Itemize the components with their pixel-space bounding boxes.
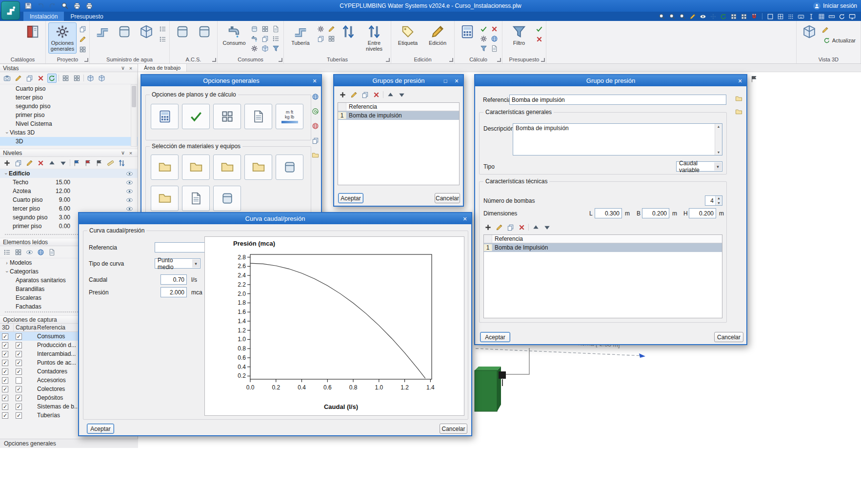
vistas-item[interactable]: Nivel Cisterna <box>0 119 138 128</box>
opciones-calculo-icon[interactable] <box>479 34 488 43</box>
checkbox-captura[interactable]: ✓ <box>16 360 22 366</box>
delete-level-icon[interactable] <box>36 158 45 168</box>
te-icon[interactable] <box>327 34 336 43</box>
checkbox-captura[interactable]: ✓ <box>16 368 22 375</box>
print-button[interactable] <box>73 2 81 10</box>
checkbox-3d[interactable]: ✓ <box>2 395 8 401</box>
grupo-presion-button[interactable] <box>136 22 157 41</box>
tipo-combo[interactable]: Caudal variable ▾ <box>676 161 722 172</box>
num-bombas-spinner[interactable]: 4 ▲▼ <box>705 195 722 206</box>
referencias-icon[interactable] <box>158 35 167 43</box>
table-icon[interactable] <box>78 45 87 54</box>
keyboard-icon[interactable] <box>797 13 805 20</box>
dim-h-input[interactable] <box>689 208 716 218</box>
close-icon[interactable]: × <box>735 76 745 85</box>
valvulas-catalogo-button[interactable] <box>182 155 210 180</box>
login-button[interactable]: Iniciar sesión <box>813 0 857 12</box>
editar-vista-icon[interactable] <box>821 25 830 34</box>
plot-button[interactable] <box>85 2 93 10</box>
redo-button[interactable] <box>49 2 57 10</box>
dialog-title-bar[interactable]: Grupo de presión × <box>475 75 746 86</box>
borrar-resultados-icon[interactable] <box>490 24 499 33</box>
model-tree-icon[interactable] <box>2 248 12 257</box>
orbit-icon[interactable] <box>720 13 727 20</box>
chevron-icon[interactable]: › <box>4 260 10 266</box>
delete-icon[interactable] <box>517 223 526 232</box>
checkbox-3d[interactable]: ✓ <box>2 333 8 340</box>
new-view-icon[interactable] <box>2 74 12 83</box>
reports-options-button[interactable] <box>244 104 272 129</box>
pin-panel-icon[interactable] <box>750 75 758 83</box>
eye-icon[interactable] <box>126 188 133 195</box>
acometida-button[interactable] <box>92 22 113 41</box>
spinner-down-icon[interactable]: ▼ <box>716 201 722 206</box>
elevation-view-icon[interactable] <box>72 74 81 83</box>
lavavajillas-icon[interactable] <box>250 44 259 53</box>
ruler-icon[interactable] <box>828 13 836 20</box>
nivel-row[interactable]: Cuarto piso9.00 <box>0 195 138 204</box>
collapse-panel-icon[interactable]: ∨ <box>119 65 127 71</box>
equipos-catalogo-button[interactable] <box>244 155 272 180</box>
opciones-generales-button[interactable]: Opciones generales <box>48 22 77 54</box>
pan-icon[interactable] <box>709 13 717 20</box>
view-3d-icon[interactable] <box>86 74 95 83</box>
grupos-table[interactable]: Referencia 1Bomba de impulsión <box>338 102 460 185</box>
maximize-icon[interactable]: □ <box>440 76 451 85</box>
chevron-down-icon[interactable]: ▾ <box>192 259 200 268</box>
flag-blue-icon[interactable] <box>72 158 81 168</box>
llave-paso-icon[interactable] <box>327 24 336 33</box>
duplicate-level-icon[interactable] <box>14 158 23 168</box>
consumo-button[interactable]: Consumo <box>220 22 248 48</box>
informes-icon[interactable] <box>490 44 499 53</box>
schemes-options-button[interactable] <box>213 104 241 129</box>
checkbox-captura[interactable]: ✓ <box>16 333 22 340</box>
documents-icon[interactable] <box>311 136 320 145</box>
close-icon[interactable]: × <box>451 76 462 85</box>
presion-input[interactable] <box>160 287 187 297</box>
contact-icon[interactable] <box>311 107 320 116</box>
checkbox-captura[interactable]: ✓ <box>16 386 22 392</box>
close-panel-icon[interactable]: × <box>127 65 135 71</box>
checkbox-3d[interactable]: ✓ <box>2 404 8 410</box>
aceptar-button[interactable]: Aceptar <box>480 332 510 342</box>
zoom-window-icon[interactable] <box>668 13 676 20</box>
valvula-icon[interactable] <box>316 24 325 33</box>
edit-level-icon[interactable] <box>25 158 34 168</box>
add-level-icon[interactable] <box>2 158 12 168</box>
checkbox-captura[interactable] <box>16 377 22 384</box>
search-button[interactable] <box>61 2 69 10</box>
flag-red-icon[interactable] <box>83 158 93 168</box>
caudal-input[interactable] <box>160 274 187 285</box>
scrollbar[interactable]: ▲ ▼ <box>715 124 722 155</box>
cancelar-button[interactable]: Cancelar <box>435 193 460 203</box>
level-dimension-icon[interactable] <box>106 158 115 168</box>
scrollbar-thumb[interactable] <box>132 86 136 107</box>
slope-icon[interactable] <box>117 158 126 168</box>
close-icon[interactable]: × <box>460 214 470 223</box>
aceptar-button[interactable]: Aceptar <box>87 424 114 434</box>
toma-generica-icon[interactable] <box>271 44 280 53</box>
column-3d[interactable]: 3D <box>0 324 14 331</box>
delete-view-icon[interactable] <box>36 74 45 83</box>
lavadora-icon[interactable] <box>271 34 280 43</box>
export-group-icon[interactable] <box>735 108 743 116</box>
dialog-title-bar[interactable]: Curva caudal/presión × <box>79 213 471 224</box>
catalogos-button[interactable] <box>22 22 43 41</box>
eye-icon[interactable] <box>126 196 133 204</box>
etiqueta-button[interactable]: Etiqueta <box>394 22 422 48</box>
close-panel-icon[interactable]: × <box>127 150 135 156</box>
app-logo-icon[interactable] <box>1 1 20 20</box>
ducha-icon[interactable] <box>271 24 280 33</box>
zoom-edit-icon[interactable] <box>658 13 666 20</box>
vista-3d-button[interactable] <box>799 22 820 41</box>
export-icon[interactable] <box>311 151 320 159</box>
tuberias-catalogo-button[interactable] <box>151 155 179 180</box>
otros-catalogo-button[interactable] <box>213 186 241 211</box>
chevron-icon[interactable]: › <box>4 269 10 274</box>
move-down-icon[interactable] <box>397 90 406 99</box>
entre-niveles-button[interactable]: Entre niveles <box>360 22 388 54</box>
delete-icon[interactable] <box>372 90 380 99</box>
checkbox-captura[interactable]: ✓ <box>16 404 22 410</box>
markup-icon[interactable] <box>689 13 697 20</box>
eye-icon[interactable] <box>126 170 133 177</box>
